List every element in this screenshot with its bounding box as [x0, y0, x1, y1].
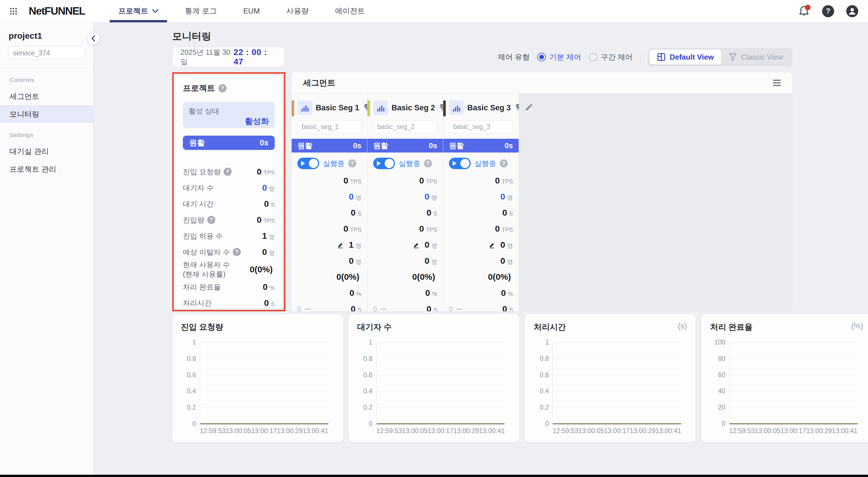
chevron-down-icon — [152, 9, 158, 13]
x-axis-tick: 12:59:53 — [553, 427, 578, 435]
help-icon[interactable] — [424, 159, 432, 167]
toolbar: 2025년 11월 30일 22 : 00 : 47 제어 유형 기본 제어 구… — [172, 47, 792, 67]
x-axis-tick: 13:00:41 — [303, 427, 329, 435]
help-icon[interactable] — [348, 159, 356, 167]
segment-name: Basic Seg 1 — [316, 103, 360, 112]
edit-value-pencil-icon[interactable] — [413, 241, 420, 248]
run-toggle[interactable] — [373, 158, 395, 169]
project-metrics: 진입 요청량 0TPS 대기자 수 0명 대기 시간 0S 진입량 — [183, 164, 275, 311]
segment-key-input[interactable] — [449, 121, 513, 133]
data-line-at-zero — [200, 423, 329, 424]
nav-item-projects[interactable]: 프로젝트 — [105, 0, 172, 22]
y-axis-tick: 0.4 — [539, 387, 549, 395]
sidebar-item-segments[interactable]: 세그먼트 — [0, 88, 93, 105]
sidebar-item-project-mgmt[interactable]: 프로젝트 관리 — [0, 160, 93, 178]
segment-panel-title: 세그먼트 — [303, 77, 335, 88]
segment-color-strip — [291, 100, 294, 116]
classic-view-button[interactable]: Classic View — [721, 49, 790, 65]
current-date: 2025년 11월 30일 — [181, 47, 234, 67]
datetime-picker[interactable]: 2025년 11월 30일 22 : 00 : 47 — [172, 47, 285, 67]
radio-basic-control[interactable]: 기본 제어 — [537, 52, 581, 62]
segment-header: Basic Seg 3 — [449, 100, 513, 116]
segment-flow-status-bar: 원활 0s — [291, 139, 367, 152]
chart-gridline — [377, 342, 505, 343]
layout-grid-icon — [657, 53, 665, 61]
project-title: project1 — [9, 31, 93, 41]
sidebar-item-waiting-room[interactable]: 대기실 관리 — [0, 142, 93, 160]
y-axis-tick: 60 — [718, 371, 725, 379]
segment-card: Basic Seg 2 원활 0s 실행중 — [367, 94, 443, 311]
page-title: 모니터링 — [172, 30, 792, 43]
segment-name: Basic Seg 2 — [392, 103, 435, 112]
x-axis-ticks: 12:59:5313:00:0513:00:1713:00:2913:00:41 — [553, 427, 681, 435]
bar-chart-icon — [298, 100, 312, 115]
x-axis-tick: 13:00:29 — [806, 427, 832, 435]
nav-item-stats-log[interactable]: 통계 로그 — [172, 0, 230, 22]
chart-gridline — [730, 375, 858, 375]
default-view-button[interactable]: Default View — [650, 49, 721, 65]
edit-value-pencil-icon[interactable] — [489, 241, 496, 248]
sidebar-item-monitoring[interactable]: 모니터링 — [0, 105, 93, 123]
nav-item-eum[interactable]: EUM — [230, 0, 273, 22]
x-axis-tick: 13:00:29 — [453, 427, 479, 435]
y-axis-tick: 0.8 — [363, 354, 373, 362]
help-icon[interactable]: ? — [822, 5, 834, 17]
chart-gridline — [730, 407, 858, 408]
nav-item-agent[interactable]: 에이전트 — [322, 0, 378, 22]
chart-gridline — [553, 375, 681, 375]
radio-range-control[interactable]: 구간 제어 — [589, 52, 632, 62]
control-type-label: 제어 유형 — [498, 52, 530, 62]
x-axis-tick: 13:00:29 — [277, 427, 303, 435]
project-panel-title: 프로젝트 — [183, 83, 215, 94]
help-icon[interactable] — [207, 216, 215, 224]
chart-unit: (s) — [678, 321, 687, 331]
metric-row-entry-rate: 진입량 0TPS — [183, 212, 275, 228]
nav-right-actions: ? — [798, 5, 858, 17]
segment-flow-status-bar: 원활 0s — [443, 139, 519, 152]
segment-key-input[interactable] — [298, 121, 361, 133]
chart-completion-rate: 처리 완료율 (%) 100806040200 12:59:5313:00:05… — [702, 314, 868, 442]
chart-entry-requests: 진입 요청량 10.80.60.40.20 12:59:5313:00:0513… — [172, 314, 343, 442]
run-toggle[interactable] — [449, 158, 471, 169]
help-icon[interactable] — [233, 248, 241, 256]
sidebar-collapse-button[interactable] — [87, 32, 100, 45]
segment-key-input[interactable] — [373, 121, 437, 133]
nav-item-usage[interactable]: 사용량 — [273, 0, 322, 22]
account-avatar[interactable] — [846, 5, 858, 17]
chart-gridline — [200, 407, 329, 408]
run-toggle[interactable] — [298, 158, 319, 169]
chart-gridline — [200, 375, 329, 375]
x-axis-tick: 13:00:41 — [832, 427, 858, 435]
help-icon[interactable] — [218, 84, 226, 92]
segment-name: Basic Seg 3 — [467, 103, 511, 112]
y-axis-tick: 0.6 — [539, 371, 549, 379]
edit-pencil-icon[interactable] — [525, 104, 532, 111]
y-axis-tick: 0.8 — [539, 354, 549, 362]
y-axis-tick: 0 — [722, 420, 725, 428]
help-icon[interactable] — [500, 159, 508, 167]
x-axis-tick: 13:00:17 — [780, 427, 806, 435]
apps-grid-icon[interactable] — [10, 7, 17, 15]
segment-flow-status-bar: 원활 0s — [367, 139, 443, 152]
project-panel-highlight: 프로젝트 활성 상태 활성화 원활 0s 진입 요청량 0TPS — [172, 72, 285, 311]
y-axis-tick: 0.2 — [539, 404, 549, 411]
segment-card: Basic Seg 1 원활 0s 실행중 — [291, 94, 367, 311]
netfunnel-logo[interactable]: NetFUNNEL — [29, 5, 85, 17]
help-icon[interactable] — [224, 168, 231, 176]
notification-bell-icon[interactable] — [798, 5, 810, 17]
service-select[interactable] — [8, 46, 85, 60]
main-content: 모니터링 2025년 11월 30일 22 : 00 : 47 제어 유형 기본… — [93, 22, 868, 475]
bar-chart-icon — [373, 100, 388, 115]
project-panel-title-row: 프로젝트 — [183, 83, 275, 94]
sidebar-section-settings: Settings — [9, 132, 93, 138]
x-axis-tick: 13:00:17 — [428, 427, 454, 435]
metric-row-allowed-entries: 진입 허용 수 1명 — [183, 228, 275, 244]
nav-item-label: 프로젝트 — [118, 6, 148, 16]
status-value: 활성화 — [245, 116, 269, 127]
plot-area: 10.80.60.40.20 — [376, 342, 505, 424]
y-axis-tick: 0.6 — [187, 371, 196, 379]
edit-value-pencil-icon[interactable] — [337, 241, 344, 248]
y-axis-tick: 1 — [369, 339, 373, 346]
segment-menu-icon[interactable] — [773, 80, 781, 86]
bolt-icon[interactable] — [515, 104, 521, 112]
